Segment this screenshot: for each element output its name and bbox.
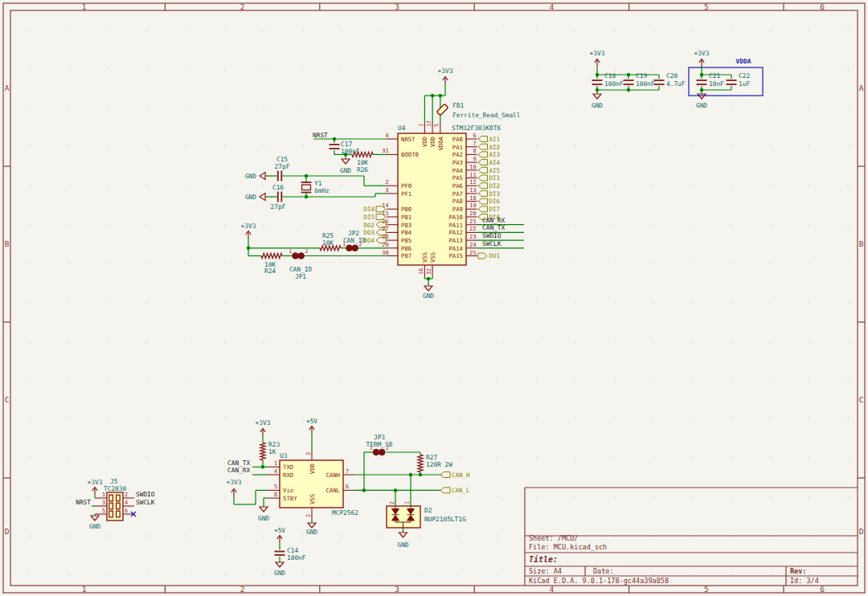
resistor-r27[interactable] xyxy=(418,455,423,472)
power-label[interactable]: GND xyxy=(397,541,408,549)
capacitor-c15[interactable]: C15 27pF xyxy=(275,156,290,182)
frame-col-label: 1 xyxy=(82,2,87,11)
hier-label-shape-DI1[interactable] xyxy=(478,175,488,181)
component-ref: C14 xyxy=(287,547,298,554)
hier-label-shape-DO1[interactable] xyxy=(478,253,487,259)
hier-label-shape-DI2[interactable] xyxy=(478,183,488,189)
power-label[interactable]: +5V xyxy=(306,418,317,425)
p3v3-symbol[interactable] xyxy=(260,429,265,436)
hier-label-shape-AI5[interactable] xyxy=(478,167,488,173)
net-label-nrst[interactable]: NRST xyxy=(313,132,328,139)
frame-row-label: C xyxy=(859,395,864,404)
gnd-symbol[interactable] xyxy=(342,159,350,164)
net-label-nrst[interactable]: NRST xyxy=(76,499,91,506)
power-label[interactable]: +3V3 xyxy=(590,50,605,57)
power-label[interactable]: +3V3 xyxy=(227,479,242,486)
power-label[interactable]: GND xyxy=(89,523,100,530)
tvs-d2[interactable]: 2 1 D2 NUP2105LT1G xyxy=(387,501,466,528)
schematic-shape xyxy=(440,488,450,493)
gnd-symbol[interactable] xyxy=(276,562,284,567)
p3v3-symbol[interactable] xyxy=(595,59,600,67)
component-value: 8mHz xyxy=(314,187,330,194)
p3v3-symbol[interactable] xyxy=(246,231,251,239)
frame-col-label: 2 xyxy=(240,585,245,594)
hier-label-DO3: DO3 xyxy=(363,229,375,236)
net-label-can-rx[interactable]: CAN_RX xyxy=(227,467,250,474)
p5v-symbol[interactable] xyxy=(309,427,314,434)
resistor-r24[interactable] xyxy=(261,254,282,259)
hier-label-shape-AI4[interactable] xyxy=(478,160,488,165)
u4-pin-name-PB4: PB4 xyxy=(401,229,412,236)
hier-label-shape-AI1[interactable] xyxy=(478,137,488,142)
power-label[interactable]: GND xyxy=(274,569,285,577)
hier-label-DI6: DI6 xyxy=(489,198,501,205)
power-label[interactable]: GND xyxy=(245,173,256,180)
schematic-shape xyxy=(293,253,299,259)
power-label[interactable]: GND xyxy=(245,194,256,201)
power-label[interactable]: GND xyxy=(423,292,434,300)
frame-col-label: 1 xyxy=(82,585,87,594)
u4-pin-number-bottom: 16 xyxy=(418,268,424,275)
u3-pin-number-Vio: 5 xyxy=(274,484,277,490)
gnd-symbol[interactable] xyxy=(698,94,706,99)
crystal-y1[interactable]: Y1 8mHz xyxy=(301,180,330,194)
power-label[interactable]: +3V3 xyxy=(256,419,271,427)
power-label[interactable]: +3V3 xyxy=(88,479,103,486)
jumper-jp1[interactable]: 1 2 CAN_ID JP1 xyxy=(289,248,312,280)
gnd-symbol[interactable] xyxy=(308,523,316,528)
hier-label-shape-AI3[interactable] xyxy=(478,152,488,157)
hier-label-shape-DI3[interactable] xyxy=(478,190,488,196)
gnd-symbol[interactable] xyxy=(260,194,265,201)
frame-col-label: 5 xyxy=(704,585,709,594)
power-label[interactable]: +3V3 xyxy=(241,222,256,230)
capacitor-c14[interactable]: C14 100nF xyxy=(275,547,306,561)
titleblock-sheet: Sheet: /MCU/ xyxy=(529,534,578,542)
gnd-symbol[interactable] xyxy=(260,173,265,180)
tvs-pin-1: 1 xyxy=(404,501,411,504)
gnd-symbol[interactable] xyxy=(424,286,432,291)
hier-label-shape-DI6[interactable] xyxy=(478,198,488,204)
u3-pin-number-RXD: 4 xyxy=(274,468,277,475)
gnd-symbol[interactable] xyxy=(260,507,268,512)
p3v3-symbol[interactable] xyxy=(231,489,236,496)
hier-label-can-h[interactable]: CAN_H xyxy=(440,471,470,479)
u4-pin-number-PA12: 22 xyxy=(469,226,476,232)
net-label-swdio[interactable]: SWDIO xyxy=(136,491,155,498)
u4-pin-name-NRST: NRST xyxy=(401,136,416,143)
schematic-canvas[interactable]: 112233445566AABBCCDD xyxy=(0,0,868,596)
p3v3-symbol[interactable] xyxy=(443,77,448,84)
u3-pin-name-Vio: Vio xyxy=(283,487,293,494)
net-label-swclk[interactable]: SWCLK xyxy=(136,499,155,506)
hier-label-can-l[interactable]: CAN_L xyxy=(440,487,470,494)
power-label[interactable]: GND xyxy=(696,102,707,109)
gnd-symbol[interactable] xyxy=(399,533,407,537)
power-label[interactable]: GND xyxy=(592,102,603,109)
p3v3-symbol[interactable] xyxy=(92,488,97,495)
net-label-can-tx[interactable]: CAN_TX xyxy=(227,459,250,467)
ferrite-bead-fb1[interactable]: FB1 Ferrite_Bead_Small xyxy=(436,102,520,119)
gnd-symbol[interactable] xyxy=(91,516,99,520)
gnd-symbol[interactable] xyxy=(593,94,601,99)
power-label[interactable]: GND xyxy=(306,529,317,536)
p5v-symbol[interactable] xyxy=(277,536,282,543)
power-label[interactable]: +3V3 xyxy=(694,50,710,57)
schematic-shape xyxy=(436,104,448,115)
power-label[interactable]: +3V3 xyxy=(438,67,453,75)
power-label[interactable]: +5V xyxy=(274,527,285,534)
resistor-r26[interactable] xyxy=(352,152,373,157)
schematic-shape xyxy=(596,73,599,76)
schematic-shape xyxy=(305,174,308,178)
hier-label-shape-DI7[interactable] xyxy=(478,206,488,212)
u4-pin-name-PA1: PA1 xyxy=(452,144,463,151)
u4-pin-name-PA5: PA5 xyxy=(452,174,463,182)
component-value: 100nF xyxy=(636,80,655,88)
u4-pin-number-bottom: 32 xyxy=(426,268,432,275)
u4-pin-number-top: 5 xyxy=(433,124,440,127)
power-label[interactable]: GND xyxy=(340,167,351,174)
resistor-r23[interactable] xyxy=(260,443,265,460)
resistor-r25[interactable] xyxy=(320,246,341,251)
hier-label-shape-AI2[interactable] xyxy=(478,144,488,149)
power-label[interactable]: GND xyxy=(258,515,269,522)
u4-pin-number-top: 1 xyxy=(418,124,424,127)
p3v3-symbol[interactable] xyxy=(699,59,704,67)
